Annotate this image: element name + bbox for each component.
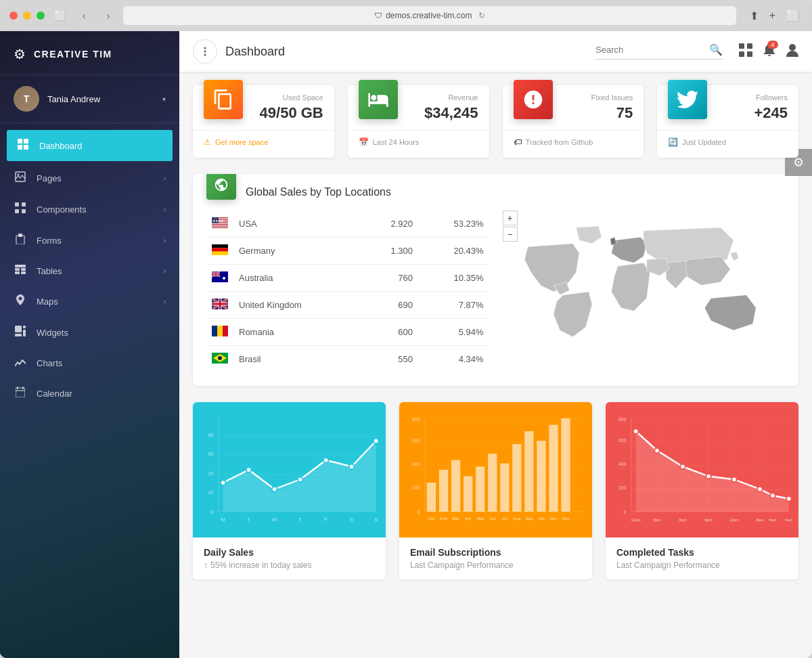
svg-rect-3 [24, 145, 28, 150]
sidebar-nav: Dashboard Pages › [0, 123, 179, 658]
chart-subtitle-daily-sales: ↑ 55% increase in today sales [204, 561, 375, 570]
svg-rect-2 [18, 145, 22, 150]
forward-btn[interactable]: › [99, 6, 118, 25]
chart-card-daily-sales: 0 10 20 30 40 [193, 402, 386, 579]
map-zoom-out-btn[interactable]: − [503, 227, 518, 242]
refresh-icon: ↻ [478, 11, 485, 20]
table-icon [14, 265, 27, 277]
svg-text:Mar: Mar [452, 516, 459, 521]
stat-label-used-space: Used Space [251, 93, 323, 102]
sidebar-item-tables[interactable]: Tables › [0, 256, 179, 286]
sidebar-item-dashboard[interactable]: Dashboard [7, 130, 173, 161]
minimize-btn[interactable] [23, 12, 31, 20]
svg-text:Sep: Sep [525, 516, 533, 521]
chart-title-completed-tasks: Completed Tasks [616, 547, 788, 558]
content-area: ⚙ Used Space 49/50 GB [179, 72, 812, 658]
svg-rect-42 [212, 244, 228, 248]
flag-au [212, 271, 228, 282]
sidebar-item-label: Charts [37, 358, 166, 368]
shield-icon: 🛡 [374, 11, 382, 20]
sidebar-item-calendar[interactable]: Calendar [0, 378, 179, 409]
close-btn[interactable] [9, 12, 18, 20]
sidebar-toggle-btn[interactable]: ⬜ [50, 6, 69, 25]
stat-icon-fixed-issues [514, 80, 553, 119]
chevron-right-icon: › [164, 298, 166, 305]
share-btn[interactable]: ⬆ [747, 8, 761, 24]
footer-text-followers: Just Updated [682, 138, 726, 146]
svg-text:20: 20 [208, 470, 213, 477]
widget-icon [14, 326, 27, 339]
stat-value-used-space: 49/50 GB [251, 104, 323, 122]
maximize-btn[interactable] [37, 12, 45, 20]
stat-icon-used-space [204, 80, 243, 119]
svg-point-149 [633, 429, 639, 434]
map-zoom-in-btn[interactable]: + [503, 211, 518, 225]
svg-text:9am: 9am [785, 518, 792, 522]
svg-point-86 [298, 477, 303, 482]
svg-rect-12 [15, 265, 26, 267]
sidebar-logo: ⚙ CREATIVE TIM [0, 31, 179, 75]
sidebar-item-widgets[interactable]: Widgets [0, 317, 179, 348]
stat-icon-followers [668, 80, 707, 119]
chart-card-email-subscriptions: 0 200 400 600 800 [399, 402, 592, 579]
country-name: USA [233, 211, 361, 238]
svg-text:200: 200 [412, 485, 420, 490]
sales-pct: 4.34% [418, 346, 489, 373]
profile-btn[interactable] [786, 43, 798, 60]
svg-rect-28 [739, 43, 744, 49]
page-title: Dashboard [225, 45, 587, 59]
chart-bottom-email-subscriptions: Email Subscriptions Last Campaign Perfor… [399, 538, 592, 579]
global-sales-title: Global Sales by Top Locations [246, 186, 391, 198]
svg-marker-148 [636, 431, 789, 512]
calendar-icon [14, 387, 27, 400]
menu-button[interactable] [193, 39, 217, 64]
daily-sales-chart-svg: 0 10 20 30 40 [193, 402, 386, 538]
svg-text:8am: 8am [756, 518, 763, 522]
sidebar-item-components[interactable]: Components › [0, 194, 179, 225]
duplicate-btn[interactable]: ⬜ [784, 8, 803, 24]
get-more-space-link[interactable]: Get more space [215, 138, 268, 146]
main-content: Dashboard 🔍 [179, 31, 812, 658]
svg-rect-20 [15, 334, 22, 336]
svg-rect-119 [561, 418, 570, 512]
svg-rect-37 [212, 223, 228, 224]
svg-point-150 [654, 448, 660, 454]
address-bar[interactable]: 🛡 demos.creative-tim.com ↻ [123, 6, 736, 25]
search-icon[interactable]: 🔍 [709, 43, 723, 56]
country-name: Germany [233, 238, 361, 265]
notifications-btn[interactable]: 4 [763, 43, 775, 60]
global-sales-content: ★★★★★★ USA 2.920 53.23% [193, 211, 798, 386]
svg-text:6am: 6am [769, 518, 776, 522]
sidebar-item-pages[interactable]: Pages › [0, 162, 179, 194]
grid-view-btn[interactable] [739, 43, 752, 60]
svg-point-70 [218, 356, 222, 360]
sidebar-item-label: Tables [37, 266, 154, 276]
svg-rect-19 [23, 330, 26, 336]
chevron-down-icon: ▾ [162, 95, 166, 103]
table-row: Australia 760 10.35% [206, 265, 489, 292]
search-input[interactable] [595, 45, 704, 55]
stat-label-revenue: Revenue [406, 93, 478, 102]
svg-text:Jan: Jan [428, 516, 436, 521]
avatar: T [14, 86, 39, 112]
sidebar-item-forms[interactable]: Forms › [0, 225, 179, 256]
new-tab-btn[interactable]: + [767, 8, 778, 24]
svg-text:400: 400 [412, 462, 420, 466]
sidebar-item-maps[interactable]: Maps › [0, 286, 179, 317]
sales-value: 550 [361, 346, 418, 373]
sidebar-user[interactable]: T Tania Andrew ▾ [0, 75, 179, 123]
sales-value: 2.920 [361, 211, 418, 238]
svg-text:9pm: 9pm [704, 518, 712, 522]
sidebar-item-charts[interactable]: Charts [0, 348, 179, 378]
svg-marker-82 [223, 441, 376, 512]
sidebar-item-label: Pages [37, 173, 154, 183]
chart-title-email-subscriptions: Email Subscriptions [410, 547, 581, 558]
svg-rect-8 [15, 209, 19, 213]
back-btn[interactable]: ‹ [74, 6, 93, 25]
table-row: United Kingdom 690 7.87% [206, 292, 489, 319]
chart-bottom-daily-sales: Daily Sales ↑ 55% increase in today sale… [193, 538, 386, 579]
svg-rect-11 [18, 234, 22, 237]
refresh-icon: 🔄 [668, 137, 678, 147]
svg-rect-110 [451, 460, 460, 512]
search-bar[interactable]: 🔍 [595, 43, 723, 60]
